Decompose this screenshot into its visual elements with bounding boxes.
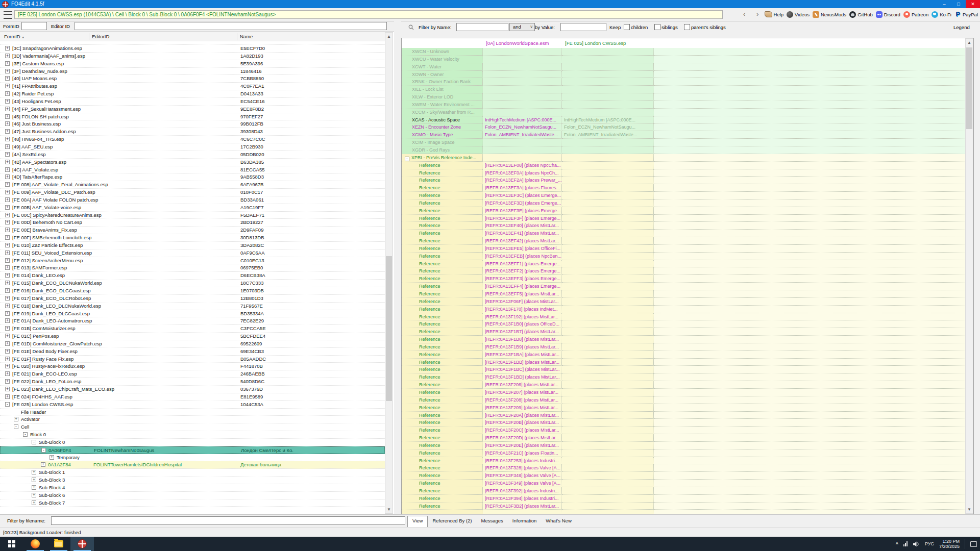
tree-row[interactable]: +Sub-Block 3 <box>0 477 385 484</box>
tree-row[interactable]: +[FE 020] RustyFaceFixRedux.espF441870B <box>0 363 385 370</box>
table-row[interactable]: Reference[REFR:0A13EF08] (places NpcCha.… <box>402 162 965 169</box>
master-value-cell[interactable]: [REFR:0A13F192] (places MistLar... <box>483 313 562 321</box>
filter-value-input[interactable] <box>560 23 606 31</box>
expand-icon[interactable]: + <box>5 371 10 376</box>
collapse-icon[interactable]: - <box>14 424 18 429</box>
plugin-value-cell[interactable] <box>562 215 654 222</box>
tree-row[interactable]: +[FE 01D] ComMoisturizer_GlowPatch.esp69… <box>0 340 385 348</box>
keep-parents-siblings-checkbox[interactable] <box>684 24 690 30</box>
tree-row[interactable]: +[FE 00B] AAF_Violate-voice.espA19C19F7 <box>0 204 385 212</box>
plugin-value-cell[interactable] <box>562 86 654 93</box>
scroll-up-icon[interactable]: ▲ <box>385 33 393 40</box>
tree-row[interactable]: +Sub-Block 1 <box>0 469 385 477</box>
editorid-input[interactable] <box>75 22 387 30</box>
table-row[interactable]: Reference[REFR:0A13EF3D] (places Emerge.… <box>402 199 965 207</box>
tree-row[interactable]: +[3C] SnapdragonAnimations.espE5ECF7D0 <box>0 45 385 53</box>
tree-row[interactable]: +[FE 024] FO4HHS_AAF.espE81E9589 <box>0 393 385 401</box>
plugin-value-cell[interactable] <box>562 267 654 275</box>
table-row[interactable]: Reference[REFR:0A13F170] (places IndMet.… <box>402 306 965 313</box>
tree-row[interactable]: +[45] FOLON SH patch.esp970FEF27 <box>0 113 385 121</box>
expand-icon[interactable]: + <box>41 462 45 467</box>
table-row[interactable]: -XPRI - PreVis Reference Inde... <box>402 154 965 162</box>
expand-icon[interactable]: + <box>5 99 10 104</box>
plugin-value-cell[interactable] <box>562 449 654 457</box>
tree-row[interactable]: -Cell <box>0 423 385 431</box>
tree-row[interactable]: +[40] UAP Moans.esp7CBB8850 <box>0 75 385 83</box>
plugin-value-cell[interactable] <box>562 510 654 514</box>
collapse-icon[interactable]: - <box>405 157 409 161</box>
master-value-cell[interactable] <box>483 63 562 71</box>
tree-column-headers[interactable]: FormID ▲ EditorID Name <box>0 32 385 42</box>
plugin-value-cell[interactable] <box>562 146 654 154</box>
expand-icon[interactable]: + <box>5 69 10 73</box>
table-row[interactable]: XCMO - Music TypeFolon_AMBIENT_Irradiate… <box>402 131 965 139</box>
plugin-value-cell[interactable] <box>562 253 654 260</box>
table-row[interactable]: Reference[REFR:0A13F1BD] (places MistLar… <box>402 373 965 381</box>
tree-row[interactable]: +[FE 00A] AAF Violate FOLON patch.espBD3… <box>0 196 385 204</box>
plugin-value-cell[interactable] <box>562 154 654 162</box>
table-row[interactable]: Reference[REFR:0A13EFF4] (places Emerge.… <box>402 283 965 290</box>
plugin-value-cell[interactable] <box>562 298 654 306</box>
master-value-cell[interactable]: [REFR:0A13F20D] (places MistLar... <box>483 434 562 442</box>
tree-row[interactable]: +[42] Raider Pet.espD0413A33 <box>0 90 385 98</box>
table-row[interactable]: Reference[REFR:0A13F20D] (places MistLar… <box>402 434 965 442</box>
tab-messages[interactable]: Messages <box>477 516 508 527</box>
tree-row[interactable]: +[3E] Custom Moans.esp5E39A396 <box>0 60 385 68</box>
plugin-value-cell[interactable] <box>562 162 654 169</box>
plugin-value-cell[interactable] <box>562 245 654 253</box>
tree-row[interactable]: +[47] Just Business Addon.esp39308D43 <box>0 128 385 136</box>
table-row[interactable]: Reference[REFR:0A13F06F] (places MistLar… <box>402 298 965 306</box>
expand-icon[interactable]: + <box>5 288 10 293</box>
close-button[interactable]: ✕ <box>966 0 980 8</box>
expand-icon[interactable]: + <box>5 129 10 134</box>
table-row[interactable]: Reference[REFR:0A13F209] (places MistLar… <box>402 404 965 412</box>
master-value-cell[interactable]: [REFR:0A13F394] (places Industri... <box>483 495 562 503</box>
tree-row[interactable]: +[4C] AAF_Violate.esp81ECCA55 <box>0 166 385 174</box>
table-row[interactable]: XILL - Lock List <box>402 86 965 93</box>
table-row[interactable]: Reference[REFR:0A13F20E] (places MistLar… <box>402 442 965 449</box>
table-row[interactable]: Reference[REFR:0A13F1B9] (places MistLar… <box>402 343 965 351</box>
tree-row[interactable]: +[FE 017] Dank_ECO_DLCRobot.esp12B801D3 <box>0 295 385 303</box>
table-row[interactable]: Reference[REFR:0A13F1B0] (places OfficeD… <box>402 320 965 328</box>
filter-filename-input[interactable] <box>51 516 405 525</box>
link-ko-fi[interactable]: Ko-Fi <box>932 11 951 18</box>
master-value-cell[interactable]: [REFR:0A13F21C] (places Floatin... <box>483 449 562 457</box>
tree-row[interactable]: +[FE 01B] ComMoisturizer.espC3FCCA5E <box>0 325 385 333</box>
plugin-value-cell[interactable] <box>562 464 654 472</box>
left-scrollbar[interactable]: ▲ ▼ <box>385 32 393 514</box>
link-nexusmods[interactable]: NexusMods <box>813 11 846 18</box>
expand-icon[interactable]: + <box>5 160 10 164</box>
master-value-cell[interactable]: [REFR:0A13F1BB] (places MistLar... <box>483 359 562 366</box>
legend-link[interactable]: Legend <box>953 24 970 30</box>
right-scrollbar[interactable]: ▲ ▼ <box>965 38 973 514</box>
tree-row[interactable]: +[FE 011] SEU_Voiced_Extension.esp0AF9C6… <box>0 249 385 257</box>
master-value-cell[interactable]: [REFR:0A13F1B9] (places MistLar... <box>483 343 562 351</box>
tree-row[interactable]: -[FE 025] London CWSS.esp1044C53A <box>0 401 385 409</box>
table-row[interactable]: Reference[REFR:0A13EFF5] (places MistLar… <box>402 290 965 298</box>
breadcrumb-path[interactable]: [FE 025] London CWSS.esp (1044C53A) \ Ce… <box>14 10 723 19</box>
table-row[interactable]: Reference[REFR:0A13F1B8] (places MistLar… <box>402 336 965 343</box>
tree-row[interactable]: +Sub-Block 4 <box>0 484 385 492</box>
table-row[interactable]: Reference[REFR:0A13F3B2] (places MistLar… <box>402 503 965 510</box>
expand-icon[interactable]: + <box>5 228 10 232</box>
table-row[interactable]: Reference[REFR:0A13EF3A] (places Fluores… <box>402 184 965 192</box>
tree-row[interactable]: +[3D] Vadermania[AAF_anims].esp1A82D193 <box>0 53 385 60</box>
table-row[interactable]: Reference[REFR:0A13EF3E] (places Emerge.… <box>402 207 965 215</box>
expand-icon[interactable]: + <box>5 258 10 263</box>
expand-icon[interactable]: + <box>5 220 10 224</box>
plugin-value-cell[interactable] <box>562 109 654 116</box>
plugin-value-cell[interactable] <box>562 351 654 359</box>
plugin-value-cell[interactable] <box>562 487 654 495</box>
plugin-value-cell[interactable] <box>562 230 654 237</box>
right-scrollbar-thumb[interactable] <box>966 47 972 129</box>
master-value-cell[interactable]: [REFR:0A13F170] (places IndMet... <box>483 306 562 313</box>
table-row[interactable]: Reference[REFR:0A13EFF1] (places Emerge.… <box>402 260 965 268</box>
plugin-value-cell[interactable]: Folon_AMBIENT_IrradiatedWaste... <box>562 131 654 139</box>
master-value-cell[interactable]: [REFR:0A13EFEB] (places NpcBen... <box>483 253 562 260</box>
master-value-cell[interactable]: [REFR:0A13F208] (places MistLar... <box>483 396 562 404</box>
expand-icon[interactable]: + <box>5 281 10 285</box>
tab-information[interactable]: Information <box>508 516 542 527</box>
master-value-cell[interactable]: [REFR:0A13F349] (places Valve [A... <box>483 480 562 487</box>
tree-row[interactable]: +[FE 00C] SpicyAlteredCreatureAnims.espF… <box>0 212 385 219</box>
master-value-cell[interactable] <box>483 86 562 93</box>
